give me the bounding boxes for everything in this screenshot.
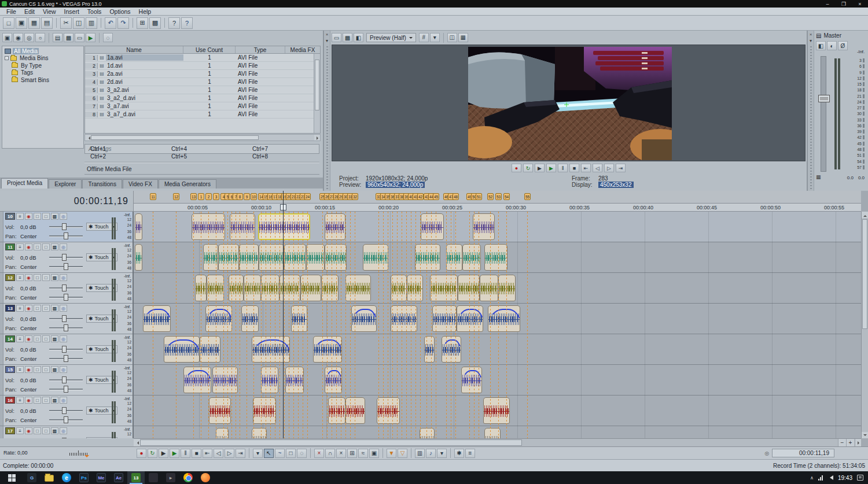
track-lane-12[interactable] <box>134 273 861 304</box>
save-project-button[interactable]: ▦ <box>28 17 40 29</box>
play-button[interactable]: ▶ <box>170 449 179 458</box>
insert-marker-button[interactable]: ▼ <box>387 449 396 458</box>
whats-this-help-button[interactable]: ? <box>181 17 193 29</box>
solo-button[interactable]: □ <box>42 274 50 281</box>
volume-slider[interactable] <box>49 407 83 414</box>
pan-slider[interactable] <box>49 324 83 331</box>
audio-event[interactable] <box>207 275 224 301</box>
audio-event[interactable] <box>230 213 255 240</box>
hidden-icons-chevron-icon[interactable]: ∧ <box>810 475 814 481</box>
lock-envelopes-button[interactable]: ▣ <box>369 449 379 458</box>
more-options-button[interactable]: ▾ <box>437 449 447 458</box>
pan-slider[interactable] <box>49 263 83 270</box>
track-lane-13[interactable] <box>134 304 861 334</box>
taskbar-app-app-dark[interactable] <box>145 471 162 484</box>
previous-frame-button[interactable]: ◁ <box>593 164 602 172</box>
audio-event[interactable] <box>377 397 400 424</box>
track-automation-button[interactable]: ≡ <box>16 397 24 404</box>
track-automation-button[interactable]: ≡ <box>16 213 24 220</box>
audio-event[interactable] <box>205 305 232 332</box>
invert-phase-button[interactable]: ◎ <box>60 305 67 312</box>
scroll-left-icon[interactable] <box>85 135 91 141</box>
scroll-down-icon[interactable] <box>862 432 868 438</box>
marker-13[interactable]: 13 <box>190 193 197 200</box>
dock-handle[interactable] <box>810 46 812 191</box>
track-fx-button[interactable]: ▩ <box>51 397 58 404</box>
track-automation-button[interactable]: ≡ <box>16 305 24 312</box>
slider-knob[interactable] <box>62 346 67 353</box>
quantize-to-frames-button[interactable]: ⊞ <box>347 449 357 458</box>
stop-button[interactable]: ■ <box>569 164 579 172</box>
media-properties-button[interactable]: ▤ <box>53 33 62 42</box>
tab-transitions[interactable]: Transitions <box>82 179 122 189</box>
volume-slider[interactable] <box>49 315 83 322</box>
menu-view[interactable]: View <box>39 8 60 15</box>
start-auto-preview-button[interactable]: ▶ <box>86 33 95 42</box>
start-button[interactable] <box>0 471 23 484</box>
action-center-icon[interactable] <box>857 475 863 481</box>
mute-output-button[interactable]: Ø <box>838 41 848 50</box>
track-fx-button[interactable]: ▩ <box>51 213 58 220</box>
solo-button[interactable]: □ <box>42 397 50 404</box>
audio-event[interactable] <box>183 367 211 393</box>
volume-slider[interactable] <box>49 285 83 291</box>
audio-event[interactable] <box>363 244 388 271</box>
invert-phase-button[interactable]: ◎ <box>60 366 67 373</box>
pan-slider[interactable] <box>49 416 83 423</box>
taskbar-app-vegas-pro[interactable]: 13 <box>127 471 145 484</box>
pan-slider[interactable] <box>49 232 83 239</box>
audio-event[interactable] <box>239 244 259 271</box>
preview-quality-dropdown[interactable]: Preview (Half) <box>366 33 416 42</box>
import-media-button[interactable]: ▣ <box>2 33 12 42</box>
track-grip[interactable] <box>0 273 3 303</box>
taskbar-app-chrome[interactable] <box>179 471 197 484</box>
record-button[interactable]: ● <box>512 164 521 172</box>
invert-phase-button[interactable]: ◎ <box>60 243 67 250</box>
media-file-row[interactable]: 4▤2d.avi1AVI File <box>85 78 320 86</box>
undo-button[interactable]: ↶ <box>105 17 116 29</box>
play-button[interactable]: ▶ <box>546 164 556 172</box>
mute-button[interactable]: □ <box>34 427 41 434</box>
loop-playback-button[interactable]: ↻ <box>148 449 157 458</box>
track-fx-button[interactable]: ▩ <box>51 335 58 342</box>
audio-event[interactable] <box>200 336 220 363</box>
mute-button[interactable]: □ <box>34 366 41 373</box>
meter-options-icon[interactable]: ▦ <box>816 174 821 180</box>
marker-32[interactable]: 32 <box>352 193 358 200</box>
slider-knob[interactable] <box>62 376 67 383</box>
audio-event[interactable] <box>229 275 244 301</box>
tree-item-tags[interactable]: Tags <box>2 69 83 77</box>
scrollbar-thumb[interactable] <box>91 135 259 140</box>
master-fader[interactable] <box>821 56 826 172</box>
track-grip[interactable] <box>0 212 3 242</box>
arm-record-button[interactable]: ◉ <box>25 427 32 434</box>
track-number-badge[interactable]: 12 <box>5 274 15 281</box>
external-monitor-button[interactable]: ▭ <box>332 33 341 42</box>
column-header-type[interactable]: Type <box>236 46 285 53</box>
scroll-left-icon[interactable] <box>134 439 140 446</box>
audio-event[interactable] <box>143 305 171 332</box>
tree-item-all-media[interactable]: All Media <box>2 47 83 55</box>
marker-1[interactable]: 1 <box>198 193 204 200</box>
audio-event[interactable] <box>259 244 284 271</box>
track-header-15[interactable]: 15≡◉□□▩◎Vol:0,0 dB✱TouchPan:Center-Inf.1… <box>0 365 133 396</box>
menu-insert[interactable]: Insert <box>60 8 83 15</box>
arm-record-button[interactable]: ◉ <box>25 397 32 404</box>
column-header-media-fx[interactable]: Media FX <box>285 46 320 53</box>
envelope-edit-tool-button[interactable]: ~ <box>275 449 285 458</box>
marker-45[interactable]: 45 <box>433 193 439 200</box>
media-file-row[interactable]: 1▤1a.avi1AVI File <box>85 54 320 62</box>
tree-item-media-bins[interactable]: -Media Bins <box>2 55 83 62</box>
audio-event[interactable] <box>421 213 444 240</box>
audio-event[interactable] <box>415 244 440 271</box>
marker-52[interactable]: 52 <box>487 193 494 200</box>
copy-snapshot-button[interactable]: ◫ <box>447 33 457 42</box>
column-header-name[interactable]: Name <box>85 46 183 53</box>
audio-event[interactable] <box>328 397 345 424</box>
slider-knob[interactable] <box>62 223 67 230</box>
marker-8[interactable]: 8 <box>237 193 243 200</box>
cursor-time-display[interactable]: 00:00:11,19 <box>74 196 128 206</box>
audio-event[interactable] <box>261 367 278 393</box>
taskbar-app-firefox[interactable] <box>197 471 214 484</box>
selection-edit-tool-button[interactable]: □ <box>286 449 296 458</box>
